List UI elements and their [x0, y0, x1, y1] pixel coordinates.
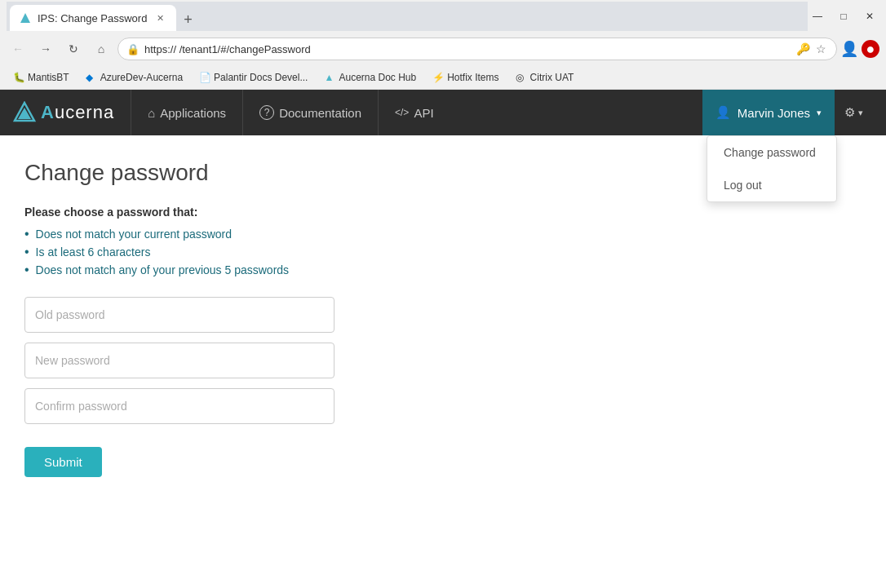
lock-icon: 🔒: [126, 43, 140, 55]
new-password-field-group: [24, 343, 862, 378]
nav-item-applications-label: Applications: [160, 106, 226, 120]
svg-marker-0: [20, 13, 30, 23]
rule-text-2: Is at least 6 characters: [36, 245, 151, 259]
new-tab-button[interactable]: +: [176, 8, 199, 31]
url-text: https:// /tenant1/#/changePassword: [144, 43, 311, 55]
user-dropdown-arrow: ▾: [817, 108, 822, 118]
user-dropdown-menu: Change password Log out: [707, 135, 837, 202]
bookmark-palantir[interactable]: 📄 Palantir Docs Devel...: [193, 70, 314, 85]
aucernahub-icon: ▲: [324, 72, 335, 83]
user-icon: 👤: [715, 105, 731, 120]
back-button[interactable]: ←: [7, 38, 29, 60]
maximize-button[interactable]: □: [834, 9, 853, 24]
applications-icon: ⌂: [148, 106, 155, 120]
bookmark-azuredev[interactable]: ◆ AzureDev-Aucerna: [79, 70, 189, 85]
rule-text-1: Does not match your current password: [36, 228, 232, 241]
nav-item-documentation[interactable]: ? Documentation: [242, 90, 378, 135]
settings-button[interactable]: ⚙ ▾: [835, 90, 873, 135]
minimize-button[interactable]: —: [808, 9, 827, 24]
extension-icon[interactable]: ●: [862, 40, 879, 58]
refresh-button[interactable]: ↻: [62, 38, 85, 60]
rule-item-3: • Does not match any of your previous 5 …: [24, 263, 862, 277]
rule-item-1: • Does not match your current password: [24, 227, 862, 241]
profile-icon[interactable]: 👤: [842, 42, 857, 56]
password-rules: Please choose a password that: • Does no…: [24, 206, 862, 277]
star-icon[interactable]: ☆: [813, 42, 828, 56]
nav-items: ⌂ Applications ? Documentation </> API: [131, 90, 702, 135]
app-logo: Aucerna: [13, 101, 114, 124]
active-tab[interactable]: IPS: Change Password ✕: [10, 5, 176, 31]
url-bar[interactable]: 🔒 https:// /tenant1/#/changePassword 🔑 ☆: [117, 38, 837, 60]
submit-button[interactable]: Submit: [24, 447, 102, 477]
palantir-icon: 📄: [199, 72, 210, 83]
api-icon: </>: [395, 107, 409, 118]
rule-item-2: • Is at least 6 characters: [24, 245, 862, 259]
key-icon: 🔑: [795, 42, 810, 56]
nav-item-documentation-label: Documentation: [279, 106, 361, 120]
mantisbt-icon: 🐛: [13, 72, 24, 83]
old-password-field-group: [24, 297, 862, 333]
nav-item-api[interactable]: </> API: [378, 90, 450, 135]
nav-item-applications[interactable]: ⌂ Applications: [131, 90, 242, 135]
nav-right: 👤 Marvin Jones ▾ ⚙ ▾: [702, 90, 873, 135]
home-button[interactable]: ⌂: [90, 38, 113, 60]
old-password-input[interactable]: [24, 297, 334, 333]
bookmark-mantisbt[interactable]: 🐛 MantisBT: [7, 70, 76, 85]
azuredev-icon: ◆: [86, 72, 97, 83]
new-password-input[interactable]: [24, 343, 334, 378]
tab-favicon: [20, 12, 31, 24]
browser-chrome: IPS: Change Password ✕ + — □ ✕ ← → ↻ ⌂ 🔒…: [0, 0, 886, 90]
log-out-menu-item[interactable]: Log out: [707, 169, 836, 201]
hotfix-icon: ⚡: [432, 72, 444, 83]
bookmark-hotfix[interactable]: ⚡ Hotfix Items: [426, 70, 505, 85]
tab-close-button[interactable]: ✕: [153, 11, 166, 24]
address-bar: ← → ↻ ⌂ 🔒 https:// /tenant1/#/changePass…: [0, 33, 886, 65]
tab-title: IPS: Change Password: [38, 12, 147, 24]
bullet-3: •: [24, 263, 29, 277]
confirm-password-input[interactable]: [24, 388, 334, 424]
bookmarks-bar: 🐛 MantisBT ◆ AzureDev-Aucerna 📄 Palantir…: [0, 65, 886, 90]
nav-item-api-label: API: [414, 106, 433, 120]
settings-dropdown-arrow: ▾: [858, 108, 863, 118]
user-name: Marvin Jones: [738, 106, 810, 120]
rules-heading: Please choose a password that:: [24, 206, 862, 219]
forward-button[interactable]: →: [34, 38, 57, 60]
bullet-2: •: [24, 245, 29, 259]
title-bar: IPS: Change Password ✕ + — □ ✕: [0, 0, 886, 33]
close-button[interactable]: ✕: [860, 9, 879, 24]
bookmark-citrix[interactable]: ◎ Citrix UAT: [509, 70, 581, 85]
citrix-icon: ◎: [516, 72, 527, 83]
rule-text-3: Does not match any of your previous 5 pa…: [36, 263, 290, 276]
bullet-1: •: [24, 227, 29, 241]
settings-icon: ⚙: [844, 105, 855, 120]
confirm-password-field-group: [24, 388, 862, 424]
change-password-menu-item[interactable]: Change password: [707, 136, 836, 169]
app-nav: Aucerna ⌂ Applications ? Documentation <…: [0, 90, 886, 135]
logo-text: Aucerna: [41, 102, 114, 123]
bookmark-aucernahub[interactable]: ▲ Aucerna Doc Hub: [317, 70, 423, 85]
user-menu-button[interactable]: 👤 Marvin Jones ▾: [702, 90, 835, 135]
documentation-icon: ?: [259, 105, 274, 120]
